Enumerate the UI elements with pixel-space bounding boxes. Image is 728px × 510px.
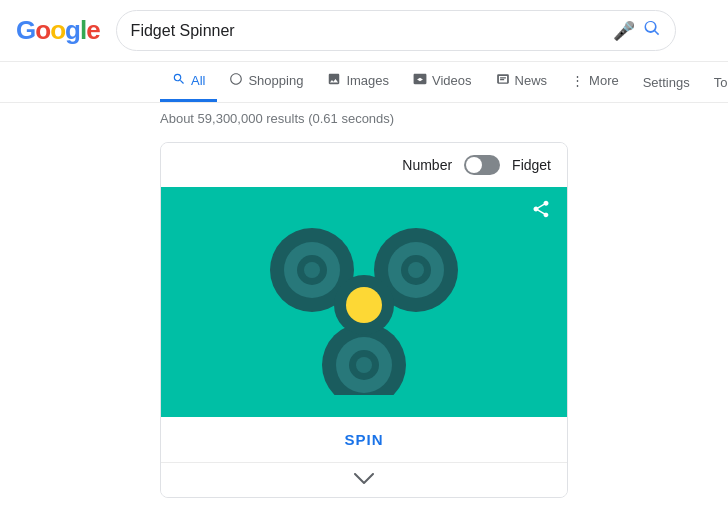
fidget-spinner-widget: Number Fidget [160, 142, 568, 498]
tab-images[interactable]: Images [315, 62, 401, 102]
spinner-area[interactable] [161, 187, 567, 417]
settings-link[interactable]: Settings [631, 65, 702, 100]
settings-tools: Settings Tools [631, 65, 728, 100]
fidget-label: Fidget [512, 157, 551, 173]
tools-link[interactable]: Tools [702, 65, 728, 100]
header: Google 🎤 [0, 0, 728, 62]
svg-point-13 [346, 287, 382, 323]
all-icon [172, 72, 186, 89]
search-button[interactable] [643, 19, 661, 42]
videos-icon [413, 72, 427, 89]
spin-button[interactable]: SPIN [344, 431, 383, 448]
tab-news[interactable]: News [484, 62, 560, 102]
widget-header: Number Fidget [161, 143, 567, 187]
shopping-icon [229, 72, 243, 89]
tab-images-label: Images [346, 73, 389, 88]
chevron-area[interactable] [161, 462, 567, 497]
tab-more[interactable]: ⋮ More [559, 63, 631, 101]
search-input[interactable] [131, 22, 605, 40]
svg-point-9 [356, 357, 372, 373]
tab-videos[interactable]: Videos [401, 62, 484, 102]
images-icon [327, 72, 341, 89]
search-box: 🎤 [116, 10, 676, 51]
svg-point-12 [304, 262, 320, 278]
results-info: About 59,300,000 results (0.61 seconds) [0, 103, 728, 134]
svg-point-6 [408, 262, 424, 278]
chevron-down-icon [354, 471, 374, 489]
tab-shopping-label: Shopping [248, 73, 303, 88]
tab-shopping[interactable]: Shopping [217, 62, 315, 102]
microphone-icon[interactable]: 🎤 [613, 20, 635, 42]
tab-news-label: News [515, 73, 548, 88]
tab-more-label: More [589, 73, 619, 88]
tab-all-label: All [191, 73, 205, 88]
spin-button-area: SPIN [161, 417, 567, 462]
share-icon[interactable] [531, 199, 551, 224]
spinner-svg[interactable] [254, 202, 474, 402]
toggle-switch[interactable] [464, 155, 500, 175]
news-icon [496, 72, 510, 89]
more-icon: ⋮ [571, 73, 584, 88]
tab-all[interactable]: All [160, 62, 217, 102]
number-label: Number [402, 157, 452, 173]
tab-videos-label: Videos [432, 73, 472, 88]
google-logo: Google [16, 15, 100, 46]
search-tabs: All Shopping Images Videos News ⋮ More S… [0, 62, 728, 103]
